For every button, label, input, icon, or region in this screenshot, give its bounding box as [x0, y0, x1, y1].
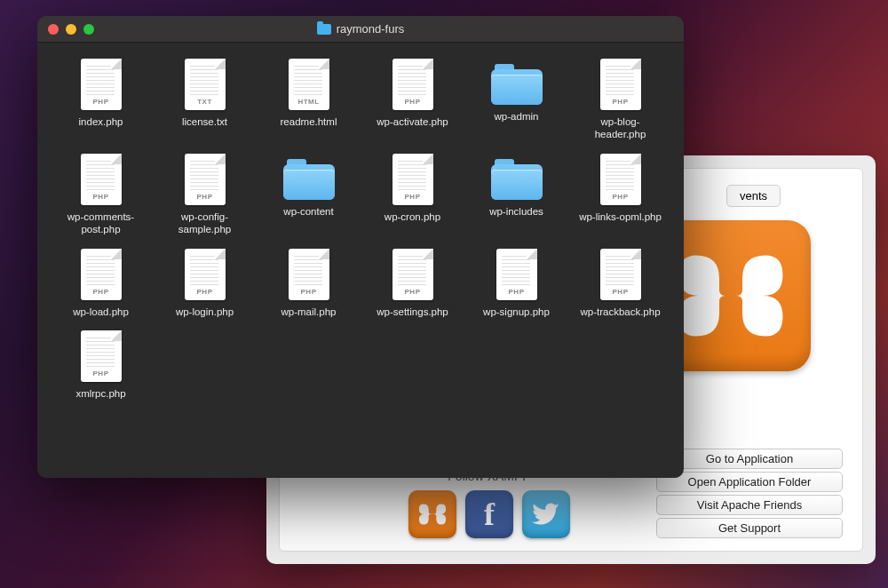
file-label: wp-cron.php [385, 211, 440, 223]
file-ext-label: HTML [289, 98, 329, 106]
finder-titlebar[interactable]: raymond-furs [37, 16, 684, 43]
file-label: wp-activate.php [377, 115, 448, 128]
document-icon: PHP [81, 59, 122, 110]
get-support-button[interactable]: Get Support [656, 518, 843, 538]
file-ext-label: PHP [392, 193, 433, 201]
document-icon: PHP [81, 154, 122, 205]
file-ext-label: PHP [81, 288, 122, 296]
file-ext-label: PHP [81, 98, 122, 106]
file-label: wp-config-sample.php [161, 211, 249, 236]
file-label: wp-links-opml.php [579, 211, 662, 223]
open-application-folder-button[interactable]: Open Application Folder [656, 472, 843, 492]
icon-grid: PHP index.php TXT license.txt HTML readm… [57, 59, 664, 400]
social-xampp-icon[interactable] [408, 490, 456, 538]
file-ext-label: PHP [600, 193, 641, 201]
file-label: wp-content [283, 205, 333, 218]
file-ext-label: PHP [392, 98, 433, 106]
social-facebook-icon[interactable]: f [465, 490, 513, 538]
document-icon: PHP [81, 330, 122, 382]
file-item[interactable]: PHP wp-settings.php [369, 249, 456, 318]
visit-apache-friends-button[interactable]: Visit Apache Friends [656, 495, 843, 515]
file-label: license.txt [182, 115, 227, 128]
file-item[interactable]: PHP wp-activate.php [369, 59, 456, 141]
xampp-follow-section: Follow XAMPP f [408, 469, 570, 538]
file-item[interactable]: PHP wp-trackback.php [576, 249, 664, 318]
file-ext-label: PHP [600, 288, 641, 296]
document-icon: PHP [496, 249, 537, 300]
document-icon: HTML [289, 59, 329, 110]
folder-item[interactable]: wp-includes [472, 154, 560, 236]
file-ext-label: PHP [289, 288, 329, 296]
folder-item[interactable]: wp-content [265, 154, 353, 236]
document-icon: PHP [185, 249, 226, 300]
document-icon: PHP [600, 59, 641, 110]
file-label: wp-settings.php [377, 306, 448, 318]
file-item[interactable]: TXT license.txt [161, 59, 249, 141]
file-ext-label: PHP [185, 193, 226, 201]
file-item[interactable]: PHP wp-signup.php [472, 249, 560, 318]
folder-icon [491, 64, 543, 105]
file-item[interactable]: PHP wp-cron.php [369, 154, 456, 236]
document-icon: PHP [392, 154, 433, 205]
file-label: wp-admin [495, 110, 539, 123]
file-ext-label: PHP [81, 193, 122, 201]
file-item[interactable]: PHP wp-mail.php [265, 249, 353, 318]
file-label: wp-trackback.php [580, 306, 660, 318]
finder-content[interactable]: PHP index.php TXT license.txt HTML readm… [37, 43, 684, 478]
folder-icon [491, 159, 543, 200]
file-ext-label: PHP [392, 288, 433, 296]
file-label: wp-blog-header.php [576, 115, 664, 141]
document-icon: PHP [392, 59, 433, 110]
document-icon: PHP [600, 249, 641, 300]
file-ext-label: TXT [185, 98, 226, 106]
file-label: wp-signup.php [483, 306, 550, 318]
folder-icon [317, 24, 331, 35]
file-item[interactable]: PHP wp-config-sample.php [161, 154, 249, 236]
finder-title: raymond-furs [37, 22, 684, 36]
file-item[interactable]: PHP xmlrpc.php [57, 330, 145, 400]
file-ext-label: PHP [185, 288, 226, 296]
document-icon: PHP [289, 249, 329, 300]
file-label: wp-login.php [176, 306, 234, 318]
go-to-application-button[interactable]: Go to Application [656, 449, 843, 469]
file-item[interactable]: PHP index.php [57, 59, 145, 141]
finder-window: raymond-furs PHP index.php TXT license.t… [37, 16, 684, 478]
file-item[interactable]: PHP wp-login.php [161, 249, 249, 318]
file-ext-label: PHP [81, 369, 122, 377]
file-label: wp-mail.php [281, 306, 337, 318]
file-item[interactable]: PHP wp-blog-header.php [576, 59, 664, 141]
file-item[interactable]: PHP wp-links-opml.php [576, 154, 664, 236]
document-icon: PHP [185, 154, 226, 205]
file-label: xmlrpc.php [75, 387, 125, 400]
folder-item[interactable]: wp-admin [472, 59, 560, 141]
file-label: wp-load.php [73, 306, 129, 318]
xampp-tab-events[interactable]: vents [726, 185, 781, 207]
file-label: wp-includes [489, 205, 543, 218]
folder-icon [283, 159, 335, 200]
file-ext-label: PHP [496, 288, 537, 296]
file-ext-label: PHP [600, 98, 641, 106]
file-label: wp-comments-post.php [57, 211, 145, 236]
file-item[interactable]: PHP wp-comments-post.php [57, 154, 145, 236]
xampp-button-group: Go to Application Open Application Folde… [656, 449, 843, 538]
document-icon: PHP [81, 249, 122, 300]
social-twitter-icon[interactable] [522, 490, 570, 538]
file-label: index.php [79, 115, 123, 128]
file-label: readme.html [281, 115, 337, 128]
file-item[interactable]: PHP wp-load.php [57, 249, 145, 318]
finder-title-text: raymond-furs [337, 22, 405, 36]
document-icon: PHP [600, 154, 641, 205]
document-icon: PHP [392, 249, 433, 300]
file-item[interactable]: HTML readme.html [265, 59, 353, 141]
document-icon: TXT [185, 59, 226, 110]
